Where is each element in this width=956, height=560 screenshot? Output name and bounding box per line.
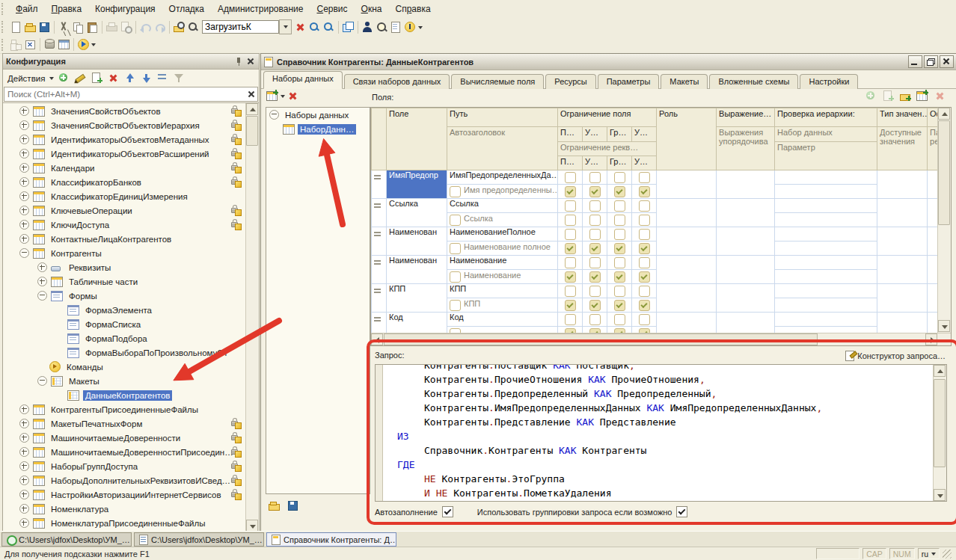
restriction-checkbox-cell[interactable] xyxy=(607,327,632,333)
save-query-icon[interactable] xyxy=(287,499,299,512)
tree-item[interactable]: ИдентификаторыОбъектовРасширений xyxy=(3,147,246,161)
autotitle-checkbox[interactable] xyxy=(450,186,461,197)
restriction-checkbox-cell[interactable] xyxy=(607,185,632,199)
global-search-icon[interactable] xyxy=(173,21,186,34)
copy-icon[interactable] xyxy=(72,21,85,34)
expand-icon[interactable] xyxy=(19,433,29,443)
scrollbar-thumb[interactable] xyxy=(934,379,946,467)
collapse-icon[interactable] xyxy=(37,291,47,301)
row-handle-cell[interactable] xyxy=(372,170,387,199)
find-previous-icon[interactable] xyxy=(322,21,335,34)
add-icon[interactable] xyxy=(58,72,70,84)
tree-item[interactable]: Макеты xyxy=(3,374,246,388)
load-query-icon[interactable] xyxy=(268,499,281,512)
tree-item[interactable]: Номенклатура xyxy=(3,502,246,516)
valuetype-cell[interactable] xyxy=(877,256,928,284)
checkbox[interactable] xyxy=(565,243,576,254)
checkbox[interactable] xyxy=(589,215,601,226)
tree-item[interactable]: КлассификаторБанков xyxy=(3,175,246,189)
menu-item-Справка[interactable]: Справка xyxy=(388,1,437,17)
checkbox[interactable] xyxy=(639,186,650,197)
redo-icon[interactable] xyxy=(153,21,166,34)
actions-dropdown-icon[interactable] xyxy=(49,72,55,84)
toolbar-grip[interactable] xyxy=(1,3,7,15)
restriction-checkbox-cell[interactable] xyxy=(607,213,632,227)
expand-icon[interactable] xyxy=(19,404,29,414)
hierarchy-parameter-cell[interactable] xyxy=(775,327,877,333)
tree-item[interactable]: ЗначенияСвойствОбъектовИерархия xyxy=(3,118,246,132)
restriction-checkbox-cell[interactable] xyxy=(632,199,657,213)
tree-item[interactable]: МашиночитаемыеДоверенностиПрисоедин… xyxy=(3,445,246,459)
tree-item[interactable]: НаборыДополнительныхРеквизитовИСвед… xyxy=(3,473,246,487)
restriction-checkbox-cell[interactable] xyxy=(607,256,632,270)
taskbar-tab[interactable]: C:\Users\jdfox\Desktop\УМ_… xyxy=(1,532,132,547)
expand-icon[interactable] xyxy=(19,149,29,159)
database-update-icon[interactable] xyxy=(43,38,56,51)
syntax-check-icon[interactable] xyxy=(361,21,374,34)
hierarchy-parameter-cell[interactable] xyxy=(775,298,877,313)
paste-icon[interactable] xyxy=(86,21,99,34)
restriction-checkbox-cell[interactable] xyxy=(583,327,607,333)
add-field-icon[interactable] xyxy=(865,90,877,102)
menu-item-Сервис[interactable]: Сервис xyxy=(310,1,354,17)
metadata-tree-icon[interactable] xyxy=(10,38,22,51)
field-name-cell[interactable]: КПП xyxy=(387,284,447,313)
hierarchy-dataset-cell[interactable] xyxy=(775,284,877,298)
restriction-checkbox-cell[interactable] xyxy=(583,241,607,256)
restore-icon[interactable] xyxy=(924,55,938,68)
menu-item-Администрирование[interactable]: Администрирование xyxy=(211,1,310,17)
close-icon[interactable] xyxy=(940,55,954,68)
checkbox[interactable] xyxy=(589,286,601,297)
appearance-cell[interactable] xyxy=(928,170,937,199)
copy-add-icon[interactable] xyxy=(91,72,103,84)
delete-field-icon[interactable] xyxy=(934,90,946,102)
restriction-checkbox-cell[interactable] xyxy=(632,327,657,333)
add-folder-icon[interactable] xyxy=(899,90,912,102)
field-autotitle-cell[interactable] xyxy=(447,327,558,333)
expression-cell[interactable] xyxy=(717,170,775,199)
checkbox[interactable] xyxy=(589,186,601,197)
checkbox[interactable] xyxy=(565,229,576,240)
role-column-header[interactable]: Роль xyxy=(657,108,717,170)
help-contents-icon[interactable] xyxy=(390,21,402,34)
checkbox[interactable] xyxy=(589,271,601,283)
checkbox[interactable] xyxy=(639,229,650,240)
restriction-checkbox-cell[interactable] xyxy=(632,227,657,241)
grouping-checkbox[interactable] xyxy=(676,506,687,517)
scroll-right-icon[interactable] xyxy=(925,333,937,345)
row-handle-icon[interactable] xyxy=(374,203,381,208)
scrollbar-thumb[interactable] xyxy=(246,116,258,146)
checkbox[interactable] xyxy=(614,257,625,268)
find-icon[interactable] xyxy=(187,21,200,34)
checkbox[interactable] xyxy=(565,286,576,297)
field-autotitle-cell[interactable]: КПП xyxy=(447,298,558,313)
tree-item[interactable]: КонтактныеЛицаКонтрагентов xyxy=(3,232,246,246)
scroll-down-icon[interactable] xyxy=(246,520,258,532)
restriction-checkbox-cell[interactable] xyxy=(583,298,607,313)
tree-item[interactable]: КлючевыеОперации xyxy=(3,203,246,218)
field-autotitle-cell[interactable]: Наименование полное xyxy=(447,241,558,256)
field-path-cell[interactable]: Наименование xyxy=(447,256,558,270)
row-handle-cell[interactable] xyxy=(372,199,387,227)
field-name-cell[interactable]: Наименован xyxy=(387,227,447,256)
sort-list-icon[interactable] xyxy=(156,72,169,84)
tree-item[interactable]: ФормаСписка xyxy=(3,317,246,331)
expand-icon[interactable] xyxy=(19,518,29,528)
search-dropdown-icon[interactable] xyxy=(279,19,292,34)
checkbox[interactable] xyxy=(565,186,576,197)
checkbox[interactable] xyxy=(565,172,576,183)
expand-icon[interactable] xyxy=(19,177,29,187)
row-handle-icon[interactable] xyxy=(374,259,381,265)
scrollbar-thumb[interactable] xyxy=(938,120,950,225)
tree-item[interactable]: Реквизиты xyxy=(3,260,246,274)
toolbar-overflow-icon[interactable] xyxy=(417,21,423,34)
taskbar-tab[interactable]: C:\Users\jdfox\Desktop\УМ_… xyxy=(134,532,264,547)
restriction-checkbox-cell[interactable] xyxy=(632,170,657,185)
checkbox[interactable] xyxy=(639,314,650,325)
filter-icon[interactable] xyxy=(173,72,186,84)
row-handle-cell[interactable] xyxy=(372,313,387,333)
expand-icon[interactable] xyxy=(19,135,29,144)
tree-scrollbar[interactable] xyxy=(245,103,259,532)
tree-item[interactable]: КонтрагентыПрисоединенныеФайлы xyxy=(3,402,246,416)
restriction-checkbox-cell[interactable] xyxy=(632,241,657,256)
